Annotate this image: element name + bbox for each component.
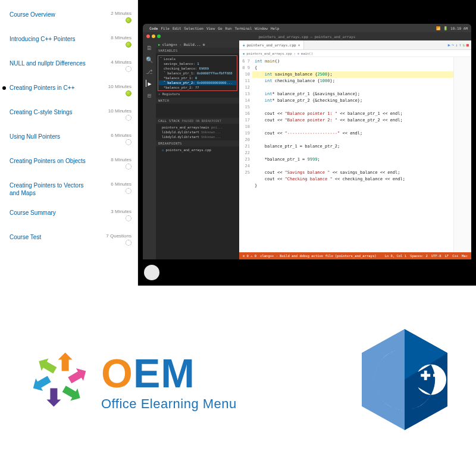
variables-header[interactable]: VARIABLES: [156, 48, 239, 54]
stackframe-row[interactable]: libdyld.dylib!start Unknown...: [157, 130, 238, 134]
nav-item-duration: 7 Questions: [106, 233, 131, 239]
oem-tagline: Office Elearning Menu: [101, 396, 237, 412]
nav-item-label: Creating Pointers in C++: [10, 84, 75, 92]
nav-item[interactable]: Course Test 7 Questions: [0, 227, 137, 252]
editor: ◆ pointers_and_arrays.cpp × ▶ ↷ ↓ ↑ ↻ ■: [239, 40, 471, 259]
nav-item-label: Course Test: [10, 233, 41, 241]
locals-highlight-box: ˅ Locals savings_balance: 1 checking_bal…: [158, 55, 237, 91]
nav-item[interactable]: Course Summary 3 Minutes: [0, 203, 137, 227]
menubar-clock: 10:19 AM: [450, 26, 468, 30]
editor-tabs: ◆ pointers_and_arrays.cpp × ▶ ↷ ↓ ↑ ↻ ■: [239, 40, 471, 50]
menu-item[interactable]: Go: [218, 26, 222, 30]
menu-item[interactable]: View: [206, 26, 215, 30]
nav-item-duration: 10 Minutes: [108, 84, 131, 89]
stop-icon[interactable]: ■: [466, 43, 469, 48]
mac-menubar: CodeFileEditSelectionViewGoRunTerminalWi…: [143, 24, 471, 32]
variable-row[interactable]: *balance_ptr_2: ??: [159, 85, 236, 90]
status-dot-icon: [126, 66, 131, 72]
nav-item[interactable]: Course Overview 2 Minutes: [0, 5, 137, 29]
nav-item-label: NULL and nullptr Differences: [10, 60, 86, 67]
nav-item[interactable]: Creating Pointers to Vectors and Maps 6 …: [0, 176, 137, 203]
status-item[interactable]: C++: [452, 254, 458, 258]
step-over-icon[interactable]: ↷: [452, 43, 454, 48]
cpp-file-icon: ◆: [243, 43, 245, 47]
status-item[interactable]: LF: [445, 254, 449, 258]
menu-item[interactable]: Edit: [173, 26, 181, 30]
vscode-window: CodeFileEditSelectionViewGoRunTerminalWi…: [143, 24, 471, 259]
variable-row[interactable]: savings_balance: 1: [159, 61, 236, 66]
status-dot-icon: [126, 188, 131, 194]
search-icon[interactable]: 🔍: [146, 56, 153, 63]
nav-item-duration: 3 Minutes: [111, 209, 131, 214]
status-dot-icon: [126, 240, 131, 246]
watch-header[interactable]: WATCH: [156, 98, 239, 104]
code-content[interactable]: int main() { int savings_balance {2500};…: [252, 57, 453, 252]
video-player: CodeFileEditSelectionViewGoRunTerminalWi…: [138, 0, 476, 286]
run-icon[interactable]: ▶: [158, 42, 161, 46]
status-item[interactable]: Mac: [462, 254, 468, 258]
vscode-title: pointers_and_arrays.cpp — pointers_and_a…: [259, 35, 356, 39]
menu-item[interactable]: File: [161, 26, 169, 30]
stackframe-row[interactable]: pointers_and_arrays!main poi...: [157, 125, 238, 130]
registers-root[interactable]: › Registers: [157, 92, 238, 96]
status-item[interactable]: UTF-8: [431, 254, 441, 258]
instructor-banner: [138, 259, 476, 286]
continue-icon[interactable]: ▶: [448, 43, 450, 48]
menu-item[interactable]: Run: [226, 26, 232, 30]
cpp-logo: [357, 326, 452, 436]
scm-icon[interactable]: ⎇: [146, 68, 153, 75]
oem-arrows-icon: [24, 344, 95, 418]
close-icon[interactable]: ×: [298, 43, 300, 47]
variable-row[interactable]: *balance_ptr_1: 0: [159, 76, 236, 80]
traffic-lights[interactable]: [146, 35, 161, 38]
minimap[interactable]: [453, 57, 471, 252]
menu-item[interactable]: Terminal: [234, 26, 252, 30]
vscode-titlebar: pointers_and_arrays.cpp — pointers_and_a…: [143, 32, 471, 40]
battery-icon: 🔋: [443, 26, 447, 30]
svg-rect-6: [424, 371, 427, 380]
course-nav-sidebar: Course Overview 2 Minutes Introducing C+…: [0, 0, 138, 286]
nav-item-label: Creating Pointers to Vectors and Maps: [10, 181, 93, 197]
explorer-icon[interactable]: 🗎: [146, 44, 153, 51]
breakpoints-header[interactable]: BREAKPOINTS: [156, 140, 239, 146]
status-item[interactable]: clang++ - Build and debug active file (p…: [260, 254, 376, 258]
variable-row[interactable]: checking_balance: 69669: [159, 66, 236, 71]
nav-item[interactable]: Creating Pointers on Objects 8 Minutes: [0, 151, 137, 176]
status-dot-icon: [126, 215, 131, 221]
status-item[interactable]: Spaces: 2: [410, 254, 428, 258]
nav-item[interactable]: Using Null Pointers 6 Minutes: [0, 127, 137, 151]
nav-item-label: Creating C-style Strings: [10, 108, 73, 116]
editor-tab-active[interactable]: ◆ pointers_and_arrays.cpp ×: [239, 40, 304, 49]
callstack-header[interactable]: CALL STACK PAUSED ON BREAKPOINT: [156, 118, 239, 124]
restart-icon[interactable]: ↻: [463, 43, 465, 48]
variable-row[interactable]: ˅ balance_ptr_1: 0x00007ffeefbff888: [159, 71, 236, 76]
status-dot-icon: [126, 42, 131, 48]
status-dot-icon: [126, 139, 131, 145]
gear-icon[interactable]: ⚙: [203, 42, 205, 46]
menu-item[interactable]: Selection: [184, 26, 203, 30]
nav-item[interactable]: Creating C-style Strings 10 Minutes: [0, 102, 137, 127]
locals-root[interactable]: ˅ Locals: [159, 57, 236, 61]
debug-icon[interactable]: ▶: [146, 80, 153, 87]
status-item[interactable]: Ln 8, Col 1: [385, 254, 406, 258]
step-into-icon[interactable]: ↓: [455, 43, 458, 48]
nav-item[interactable]: Creating Pointers in C++ 10 Minutes: [0, 78, 137, 102]
nav-item-duration: 6 Minutes: [111, 133, 131, 138]
breadcrumb[interactable]: ◆ pointers_and_arrays.cpp › ⊕ main(): [239, 50, 471, 57]
breakpoint-row[interactable]: ☑ pointers_and_arrays.cpp: [157, 148, 238, 152]
menu-item[interactable]: Window: [255, 26, 268, 30]
code-area[interactable]: 6 7 8 9 10 11 12 13 14 15 16 17 18 19 20…: [239, 57, 471, 252]
status-item[interactable]: ⊘ 0 ⚠ 0: [243, 254, 256, 258]
app-name[interactable]: Code: [149, 26, 158, 30]
debug-config[interactable]: clang++ - Build...: [162, 42, 201, 46]
svg-rect-8: [437, 371, 440, 380]
variable-row[interactable]: ˅ balance_ptr_2: 0x0000000000000...: [159, 80, 236, 85]
stackframe-row[interactable]: libdyld.dylib!start Unknown...: [157, 134, 238, 139]
nav-item[interactable]: Introducing C++ Pointers 8 Minutes: [0, 29, 137, 54]
nav-item-label: Course Overview: [10, 11, 55, 18]
nav-item[interactable]: NULL and nullptr Differences 4 Minutes: [0, 54, 137, 78]
menu-item[interactable]: Help: [271, 26, 279, 30]
activity-bar: 🗎 🔍 ⎇ ▶ ⊞: [143, 40, 156, 259]
extensions-icon[interactable]: ⊞: [146, 92, 153, 99]
step-out-icon[interactable]: ↑: [459, 43, 461, 48]
